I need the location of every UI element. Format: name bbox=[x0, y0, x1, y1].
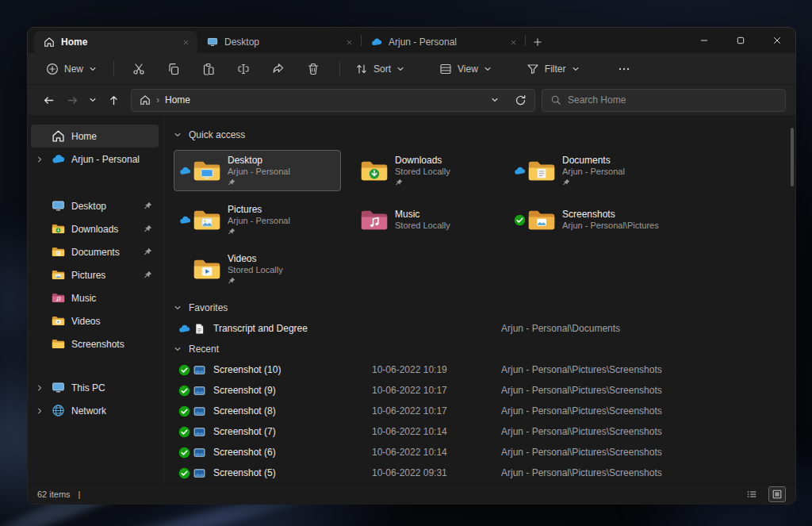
tab-close-button[interactable] bbox=[506, 35, 520, 49]
sidebar-item-downloads[interactable]: Downloads bbox=[31, 217, 159, 240]
window-caption-controls bbox=[686, 28, 795, 53]
section-header-favorites[interactable]: Favorites bbox=[174, 299, 784, 317]
refresh-button[interactable] bbox=[509, 89, 531, 111]
sidebar-item-network[interactable]: Network bbox=[31, 399, 159, 422]
network-globe-icon bbox=[52, 404, 65, 417]
maximize-button[interactable] bbox=[722, 28, 759, 53]
forward-button[interactable] bbox=[61, 89, 83, 111]
tab-close-button[interactable] bbox=[178, 35, 193, 49]
desktop-folder-icon bbox=[193, 159, 221, 182]
sidebar-item-music[interactable]: Music bbox=[31, 286, 159, 309]
tile-music[interactable]: Music Stored Locally bbox=[341, 199, 508, 240]
more-options-button[interactable] bbox=[607, 57, 641, 81]
videos-folder-icon bbox=[52, 314, 65, 328]
tile-location: Arjun - Personal bbox=[228, 167, 290, 178]
new-tab-button[interactable] bbox=[526, 31, 550, 53]
file-row-screenshot-5[interactable]: Screenshot (5) 10-06-2022 09:31 Arjun - … bbox=[174, 463, 784, 483]
view-button[interactable]: View bbox=[432, 57, 499, 81]
up-button[interactable] bbox=[102, 89, 124, 111]
screenshot-thumbnail-icon bbox=[193, 426, 205, 438]
sidebar-item-screenshots[interactable]: Screenshots bbox=[31, 332, 159, 355]
search-box[interactable] bbox=[542, 89, 786, 112]
rename-button[interactable] bbox=[227, 57, 260, 81]
tile-name: Music bbox=[395, 209, 450, 221]
tab-label: Arjun - Personal bbox=[389, 36, 500, 48]
pictures-folder-icon bbox=[52, 268, 65, 282]
minimize-button[interactable] bbox=[686, 28, 722, 53]
address-dropdown-button[interactable] bbox=[486, 89, 504, 111]
expand-chevron[interactable] bbox=[34, 384, 45, 392]
screenshot-thumbnail-icon bbox=[193, 405, 205, 417]
close-button[interactable] bbox=[759, 28, 795, 53]
filter-button[interactable]: Filter bbox=[519, 57, 587, 81]
new-label: New bbox=[64, 63, 83, 75]
new-button[interactable]: New bbox=[39, 57, 104, 81]
row-icons bbox=[174, 323, 213, 335]
tile-info: Pictures Arjun - Personal bbox=[228, 204, 290, 236]
sidebar-item-home[interactable]: Home bbox=[31, 125, 159, 148]
onedrive-icon bbox=[52, 152, 65, 166]
sync-check-icon bbox=[178, 426, 190, 438]
tab-home[interactable]: Home bbox=[34, 31, 197, 53]
section-header-recent[interactable]: Recent bbox=[174, 340, 784, 358]
tab-onedrive-personal[interactable]: Arjun - Personal bbox=[362, 31, 525, 53]
file-row-screenshot-9[interactable]: Screenshot (9) 10-06-2022 10:17 Arjun - … bbox=[174, 380, 784, 401]
home-icon bbox=[140, 94, 151, 106]
sidebar-item-onedrive-personal[interactable]: Arjun - Personal bbox=[31, 148, 159, 171]
section-header-quick-access[interactable]: Quick access bbox=[174, 126, 784, 144]
music-folder-icon bbox=[52, 291, 65, 305]
toolbar-separator bbox=[113, 61, 114, 77]
tile-info: Desktop Arjun - Personal bbox=[228, 155, 290, 186]
sidebar-item-pictures[interactable]: Pictures bbox=[31, 263, 159, 286]
toolbar-separator bbox=[339, 61, 340, 77]
share-button[interactable] bbox=[262, 57, 295, 81]
close-icon bbox=[510, 39, 517, 46]
sort-button[interactable]: Sort bbox=[348, 57, 412, 81]
tile-desktop[interactable]: Desktop Arjun - Personal bbox=[174, 150, 341, 191]
file-row-screenshot-10[interactable]: Screenshot (10) 10-06-2022 10:19 Arjun -… bbox=[174, 359, 784, 380]
tile-pictures[interactable]: Pictures Arjun - Personal bbox=[174, 199, 341, 240]
recent-locations-button[interactable] bbox=[85, 89, 101, 111]
copy-button[interactable] bbox=[157, 57, 190, 81]
this-pc-icon bbox=[52, 381, 65, 394]
maximize-icon bbox=[735, 35, 746, 46]
expand-chevron[interactable] bbox=[34, 407, 45, 415]
file-date: 10-06-2022 10:14 bbox=[372, 447, 501, 458]
sidebar-item-label: This PC bbox=[71, 382, 152, 394]
tile-downloads[interactable]: Downloads Stored Locally bbox=[341, 150, 508, 191]
tab-label: Home bbox=[61, 36, 172, 48]
sidebar-item-this-pc[interactable]: This PC bbox=[31, 376, 159, 399]
file-row-screenshot-6[interactable]: Screenshot (6) 10-06-2022 10:14 Arjun - … bbox=[174, 442, 784, 463]
cut-button[interactable] bbox=[122, 57, 155, 81]
sidebar-group-gap bbox=[31, 355, 159, 376]
vertical-scrollbar-thumb[interactable] bbox=[791, 128, 794, 186]
expand-chevron[interactable] bbox=[34, 155, 45, 163]
home-icon bbox=[44, 36, 55, 48]
paste-button[interactable] bbox=[192, 57, 225, 81]
details-view-button[interactable] bbox=[743, 486, 760, 502]
sidebar-item-videos[interactable]: Videos bbox=[31, 309, 159, 332]
address-bar[interactable]: › Home bbox=[131, 89, 535, 112]
tile-videos[interactable]: Videos Stored Locally bbox=[174, 248, 341, 290]
sidebar-item-label: Arjun - Personal bbox=[71, 154, 152, 165]
file-row-transcript-and-degree[interactable]: Transcript and Degree Arjun - Personal\D… bbox=[174, 317, 784, 340]
sidebar-item-documents[interactable]: Documents bbox=[31, 240, 159, 263]
delete-button[interactable] bbox=[297, 57, 330, 81]
command-bar: New Sort View Filter bbox=[28, 53, 795, 85]
sidebar-item-desktop[interactable]: Desktop bbox=[31, 194, 159, 217]
breadcrumb-home[interactable]: Home bbox=[165, 94, 190, 106]
row-icons bbox=[174, 426, 213, 438]
back-button[interactable] bbox=[37, 89, 59, 111]
tab-close-button[interactable] bbox=[342, 35, 356, 49]
tab-desktop[interactable]: Desktop bbox=[197, 31, 361, 53]
onedrive-status-icon bbox=[179, 165, 191, 177]
large-icons-view-button[interactable] bbox=[768, 486, 786, 502]
tile-documents[interactable]: Documents Arjun - Personal bbox=[508, 150, 676, 191]
file-row-screenshot-7[interactable]: Screenshot (7) 10-06-2022 10:14 Arjun - … bbox=[174, 421, 784, 442]
file-row-screenshot-8[interactable]: Screenshot (8) 10-06-2022 10:17 Arjun - … bbox=[174, 401, 784, 421]
quick-access-grid: Desktop Arjun - Personal Downloads Store… bbox=[174, 150, 784, 290]
tile-screenshots[interactable]: Screenshots Arjun - Personal\Pictures bbox=[508, 199, 676, 240]
search-input[interactable] bbox=[568, 94, 777, 106]
chevron-down-icon bbox=[572, 65, 580, 73]
videos-folder-icon bbox=[193, 258, 221, 281]
